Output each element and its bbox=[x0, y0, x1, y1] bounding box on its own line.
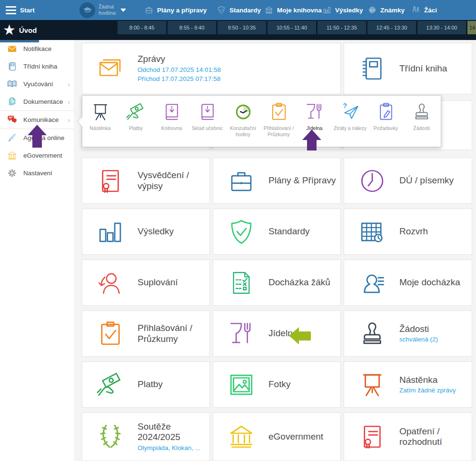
time-slot[interactable]: 13:30 - 14:00 bbox=[417, 21, 466, 34]
easel-icon bbox=[90, 102, 110, 122]
notebook-icon bbox=[7, 61, 17, 71]
tile-moje-doch-zka[interactable]: Moje docházka bbox=[344, 260, 472, 306]
topnav-bank[interactable]: Moje knihovna bbox=[265, 0, 322, 20]
time-slot[interactable]: 11:50 - 12:35 bbox=[317, 21, 366, 34]
sidebar-item-nastaven-[interactable]: Nastavení bbox=[0, 164, 74, 182]
time-slot[interactable]: 12:45 - 13:30 bbox=[367, 21, 416, 34]
tile-title: eGovernment bbox=[268, 431, 323, 442]
person-lines-icon bbox=[358, 269, 386, 297]
section-title: Úvod bbox=[19, 26, 37, 34]
time-slot-current[interactable]: 14 bbox=[467, 21, 476, 34]
popup-item-label: Žádosti bbox=[413, 125, 429, 131]
tile-d-p-semky[interactable]: DÚ / písemky bbox=[344, 158, 472, 204]
tile-j-delna[interactable]: Jídelna bbox=[213, 311, 341, 357]
sidebar-item-dokumentace[interactable]: Dokumentace› bbox=[0, 93, 74, 110]
topnav-shield-check[interactable]: Standardy bbox=[217, 0, 261, 20]
sidebar-item-t-dn-kniha[interactable]: Třídní kniha bbox=[0, 58, 74, 75]
tile-title: Nástěnka bbox=[399, 375, 456, 385]
komunikace-popup-menu: NástěnkaPlatbyKnihovnaSklad učebnicKonzu… bbox=[82, 95, 441, 147]
tile-dosti[interactable]: Žádostischválená (2) bbox=[344, 311, 472, 357]
book-download-icon bbox=[162, 102, 182, 122]
easel-icon bbox=[358, 371, 386, 399]
tile-title: Zprávy bbox=[138, 54, 221, 64]
documents-icon bbox=[7, 97, 17, 107]
topnav-briefcase[interactable]: Plány a přípravy bbox=[145, 0, 207, 20]
tile-opat-en-rozhodnut[interactable]: Opatření / rozhodnutí bbox=[344, 412, 472, 461]
popup-item-po-adavky[interactable]: Požadavky bbox=[368, 96, 404, 147]
annotation-arrow-left-jidelna-tile bbox=[289, 327, 311, 344]
time-slot[interactable]: 9:50 - 10:35 bbox=[218, 21, 266, 34]
tile-doch-zka-k[interactable]: Docházka žáků bbox=[213, 260, 341, 306]
chevron-down-icon bbox=[120, 9, 126, 12]
tile-suplov-n[interactable]: Suplování bbox=[82, 260, 210, 306]
app-root: Start Žádná hodina Plány a přípravyStand… bbox=[0, 0, 476, 461]
topnav-label: Známky bbox=[380, 7, 405, 14]
time-slot[interactable]: 8:55 - 9:40 bbox=[168, 21, 216, 34]
popup-item-konzulta-n-hodiny[interactable]: Konzultační hodiny bbox=[225, 96, 261, 147]
tile-standardy[interactable]: Standardy bbox=[213, 209, 341, 255]
tile-rozvrh[interactable]: Rozvrh bbox=[344, 209, 472, 255]
popup-item-n-st-nka[interactable]: Nástěnka bbox=[82, 96, 118, 147]
popup-item-label: Požadavky bbox=[374, 125, 398, 131]
svg-text:A+: A+ bbox=[370, 8, 375, 12]
sidebar-item-label: Třídní kniha bbox=[23, 63, 57, 70]
tile-title: Výsledky bbox=[138, 226, 174, 237]
sidebar-item-vyu-ov-n-[interactable]: Vyučování› bbox=[0, 75, 74, 93]
schedule-bar: ★ Úvod 14 8:00 - 8:458:55 - 9:409:50 - 1… bbox=[0, 20, 476, 40]
tile-title: Platby bbox=[138, 379, 163, 390]
tile-subtext: Olympiáda, Klokan, ... bbox=[138, 444, 209, 452]
lesson-picker[interactable]: Žádná hodina bbox=[79, 0, 126, 20]
chevron-right-icon: › bbox=[68, 98, 70, 106]
tile-title: Fotky bbox=[268, 379, 290, 390]
tile-pl-ny-p-pravy[interactable]: Plány & Přípravy bbox=[213, 158, 341, 204]
sidebar-item-label: Nastavení bbox=[23, 170, 52, 177]
popup-item-p-ihla-ov-n-pr-zkumy[interactable]: Přihlašování / Průzkumy bbox=[261, 96, 297, 147]
popup-item-ztr-ty-a-n-lezy[interactable]: ?Ztráty a nálezy bbox=[332, 96, 368, 147]
popup-item-knihovna[interactable]: Knihovna bbox=[154, 96, 189, 147]
doc-checklist-icon bbox=[228, 269, 255, 297]
tile-subtext: Odchod 17.07.2025 14:01:58 bbox=[138, 66, 221, 74]
tile-platby[interactable]: Platby bbox=[82, 361, 210, 408]
bank-icon bbox=[228, 423, 255, 451]
shield-check-icon bbox=[217, 6, 226, 14]
sidebar-scroll-indicator bbox=[0, 40, 39, 42]
gear-icon bbox=[7, 168, 17, 178]
time-slot[interactable]: 8:00 - 8:45 bbox=[118, 21, 166, 34]
tile-sout-e-2024-2025[interactable]: Soutěže 2024/2025Olympiáda, Klokan, ... bbox=[82, 412, 210, 461]
tile-zpr-vy[interactable]: ZprávyOdchod 17.07.2025 14:01:58Příchod … bbox=[82, 43, 341, 94]
tile-p-ihla-ov-n-pr-zkumy[interactable]: Přihlašování / Průzkumy bbox=[82, 311, 210, 357]
star-icon: ★ bbox=[3, 23, 16, 37]
lesson-line2: hodina bbox=[99, 10, 116, 16]
topnav-students[interactable]: Žáci bbox=[412, 0, 437, 20]
popup-item-platby[interactable]: Platby bbox=[118, 96, 154, 147]
sidebar-item-notifikace[interactable]: Notifikace bbox=[0, 40, 74, 58]
popup-item-sklad-u-ebnic[interactable]: Sklad učebnic bbox=[189, 96, 225, 147]
sidebar-item-label: Vyučování bbox=[23, 80, 53, 88]
sidebar-item-label: Notifikace bbox=[23, 45, 51, 52]
glass-fork-icon bbox=[305, 102, 325, 122]
clipboard-check-icon bbox=[269, 102, 289, 122]
start-menu-button[interactable]: Start bbox=[6, 0, 35, 20]
popup-item-label: Sklad učebnic bbox=[192, 125, 223, 131]
certificate-icon bbox=[97, 167, 124, 195]
tile-subtext: Zatím žádné zprávy bbox=[399, 386, 456, 395]
tile-v-sledky[interactable]: Výsledky bbox=[82, 209, 210, 255]
topnav-bar-chart[interactable]: Výsledky bbox=[323, 0, 363, 20]
tile-n-st-nka[interactable]: NástěnkaZatím žádné zprávy bbox=[344, 361, 472, 408]
tile-t-dn-kniha[interactable]: Třídní kniha bbox=[344, 43, 472, 94]
popup-item-label: Nástěnka bbox=[89, 125, 110, 131]
topnav-grade-circle[interactable]: A+Známky bbox=[368, 0, 405, 20]
popup-item-dosti[interactable]: Žádosti bbox=[404, 96, 439, 147]
messages-icon bbox=[97, 55, 124, 82]
time-slot[interactable]: 10:55 - 11:40 bbox=[268, 21, 316, 34]
open-book-icon bbox=[7, 79, 17, 89]
sidebar-item-egovernment[interactable]: eGovernment bbox=[0, 147, 74, 164]
tile-fotky[interactable]: Fotky bbox=[213, 361, 341, 408]
tile-vysv-d-en-v-pisy[interactable]: Vysvědčení / výpisy bbox=[82, 158, 210, 204]
tile-title: Žádosti bbox=[399, 324, 438, 334]
photo-icon bbox=[228, 371, 255, 399]
topnav-label: Standardy bbox=[229, 7, 261, 14]
tile-egovernment[interactable]: eGovernment bbox=[213, 412, 341, 461]
popup-item-label: Platby bbox=[129, 125, 143, 131]
clipboard-check-icon bbox=[97, 320, 124, 348]
